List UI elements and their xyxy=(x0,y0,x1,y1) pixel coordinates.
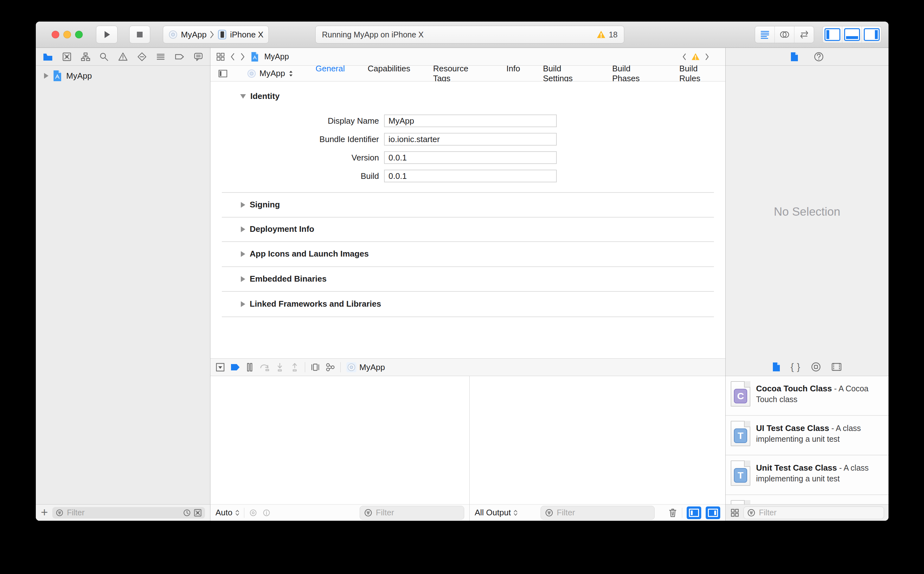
disclosure-triangle-icon[interactable] xyxy=(44,73,49,79)
close-window-button[interactable] xyxy=(52,31,59,38)
console-scope-dropdown[interactable]: All Output xyxy=(475,508,518,517)
quick-help-icon[interactable] xyxy=(814,52,824,62)
related-items-icon[interactable] xyxy=(216,52,225,61)
tree-row-project[interactable]: MyApp xyxy=(36,68,210,84)
deployment-info-section-header[interactable]: Deployment Info xyxy=(241,224,314,234)
memory-graph-icon[interactable] xyxy=(325,363,335,372)
clear-console-trash-icon[interactable] xyxy=(668,508,677,518)
stop-button[interactable] xyxy=(129,26,150,43)
console-filter-input[interactable] xyxy=(556,508,651,518)
targets-sidebar-toggle-icon[interactable] xyxy=(218,69,228,78)
bundle-identifier-input[interactable] xyxy=(384,133,557,145)
file-template-library-icon[interactable] xyxy=(772,362,781,372)
zoom-window-button[interactable] xyxy=(75,31,83,38)
symbol-navigator-icon[interactable] xyxy=(81,52,90,62)
source-control-navigator-icon[interactable] xyxy=(62,52,72,62)
show-variables-view-toggle[interactable] xyxy=(687,506,701,519)
show-console-view-toggle[interactable] xyxy=(706,506,720,519)
tab-capabilities[interactable]: Capabilities xyxy=(368,64,410,84)
previous-issue-icon[interactable] xyxy=(682,52,687,61)
report-navigator-icon[interactable] xyxy=(193,52,203,62)
template-item-ui-test-case-class[interactable]: T UI Test Case Class - A class implement… xyxy=(726,416,888,456)
variables-of-interest-icon[interactable] xyxy=(249,508,258,517)
inspector-tab-bar xyxy=(726,48,888,66)
debug-process-chip[interactable]: MyApp xyxy=(346,362,385,373)
search-navigator-icon[interactable] xyxy=(99,52,109,62)
warning-counter[interactable]: 18 xyxy=(596,30,618,39)
library-filter-field[interactable] xyxy=(743,506,884,519)
issue-navigator-icon[interactable] xyxy=(118,52,128,62)
step-out-icon[interactable] xyxy=(290,363,299,372)
disclosure-open-icon[interactable] xyxy=(240,94,246,99)
view-debugger-icon[interactable] xyxy=(311,363,320,372)
library-filter-input[interactable] xyxy=(758,508,881,517)
tab-build-phases[interactable]: Build Phases xyxy=(612,64,657,84)
debug-area: Auto xyxy=(211,376,725,521)
toggle-navigator-button[interactable] xyxy=(823,26,842,43)
app-icons-section-header[interactable]: App Icons and Launch Images xyxy=(241,249,369,259)
tab-build-settings[interactable]: Build Settings xyxy=(543,64,589,84)
navigator-filter-field[interactable] xyxy=(52,507,205,519)
pause-icon[interactable] xyxy=(245,363,254,372)
jump-bar-warning-icon[interactable] xyxy=(691,53,700,61)
assistant-editor-button[interactable] xyxy=(775,26,794,43)
minimize-window-button[interactable] xyxy=(63,31,71,38)
next-issue-icon[interactable] xyxy=(704,52,709,61)
code-snippet-library-icon[interactable]: { } xyxy=(790,361,801,372)
activity-status-bar[interactable]: Running MyApp on iPhone X 18 xyxy=(315,26,624,43)
tab-resource-tags[interactable]: Resource Tags xyxy=(433,64,484,84)
toggle-debug-area-button[interactable] xyxy=(842,26,861,43)
hide-debug-area-icon[interactable] xyxy=(215,363,225,372)
back-chevron-icon[interactable] xyxy=(230,52,235,61)
toggle-inspector-button[interactable] xyxy=(861,26,881,43)
tab-build-rules[interactable]: Build Rules xyxy=(679,64,718,84)
info-icon[interactable] xyxy=(262,508,271,517)
linked-frameworks-section-header[interactable]: Linked Frameworks and Libraries xyxy=(241,299,381,309)
step-over-icon[interactable] xyxy=(259,363,270,372)
source-control-status-icon[interactable] xyxy=(193,509,202,517)
console-filter-field[interactable] xyxy=(541,506,655,520)
breakpoints-toggle-icon[interactable] xyxy=(230,363,240,371)
scheme-selector[interactable]: MyApp iPhone X xyxy=(163,26,269,43)
object-library-icon[interactable] xyxy=(811,362,821,372)
disclosure-closed-icon[interactable] xyxy=(241,202,245,208)
forward-chevron-icon[interactable] xyxy=(240,52,245,61)
console-view[interactable] xyxy=(470,376,725,504)
navigator-filter-input[interactable] xyxy=(66,508,180,517)
embedded-binaries-section-header[interactable]: Embedded Binaries xyxy=(241,274,327,284)
test-navigator-icon[interactable] xyxy=(137,52,147,62)
grid-view-icon[interactable] xyxy=(730,508,740,517)
signing-section-header[interactable]: Signing xyxy=(241,200,280,210)
variables-filter-input[interactable] xyxy=(375,508,460,518)
step-into-icon[interactable] xyxy=(275,363,284,372)
breakpoint-navigator-icon[interactable] xyxy=(174,52,184,62)
file-inspector-icon[interactable] xyxy=(790,52,798,62)
version-editor-button[interactable] xyxy=(794,26,814,43)
tab-info[interactable]: Info xyxy=(506,64,520,84)
variables-view[interactable] xyxy=(211,376,469,504)
disclosure-closed-icon[interactable] xyxy=(241,251,245,257)
variables-filter-field[interactable] xyxy=(360,506,464,520)
run-button[interactable] xyxy=(96,26,118,43)
separator xyxy=(682,508,682,518)
project-navigator-icon[interactable] xyxy=(43,52,53,62)
build-input[interactable] xyxy=(384,170,557,182)
disclosure-closed-icon[interactable] xyxy=(241,301,245,307)
recent-files-clock-icon[interactable] xyxy=(183,509,191,517)
add-button[interactable]: + xyxy=(41,506,48,518)
variables-scope-dropdown[interactable]: Auto xyxy=(215,508,240,517)
template-item-cocoa-touch-class[interactable]: C Cocoa Touch Class - A Cocoa Touch clas… xyxy=(726,376,888,416)
standard-editor-button[interactable] xyxy=(755,26,775,43)
jump-bar-file-label[interactable]: MyApp xyxy=(264,52,289,61)
template-item-partial[interactable] xyxy=(726,495,888,504)
version-input[interactable] xyxy=(384,151,557,164)
media-library-icon[interactable] xyxy=(831,362,842,372)
identity-section-header[interactable]: Identity xyxy=(240,91,280,101)
disclosure-closed-icon[interactable] xyxy=(241,276,245,282)
disclosure-closed-icon[interactable] xyxy=(241,226,245,232)
display-name-input[interactable] xyxy=(384,115,557,127)
target-selector[interactable]: MyApp xyxy=(247,68,294,78)
debug-navigator-icon[interactable] xyxy=(156,52,165,62)
tab-general[interactable]: General xyxy=(316,64,345,84)
template-item-unit-test-case-class[interactable]: T Unit Test Case Class - A class impleme… xyxy=(726,456,888,495)
